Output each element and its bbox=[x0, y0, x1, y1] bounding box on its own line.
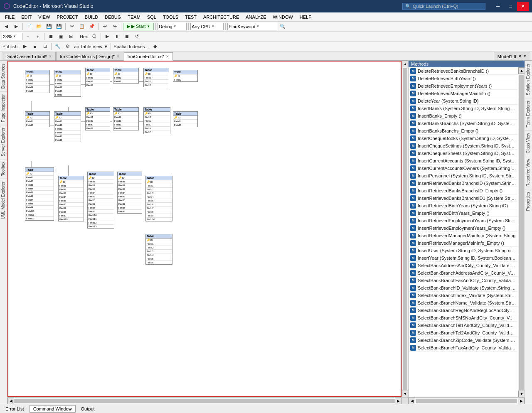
menu-debug[interactable]: DEBUG bbox=[101, 12, 124, 22]
tab-model-arrow[interactable]: ▼ bbox=[523, 54, 527, 58]
method-item-7[interactable]: MInsertBanksBranchs (System.String iD, S… bbox=[409, 120, 518, 127]
tb-forward-btn[interactable]: ▶ bbox=[12, 22, 21, 31]
tb-pause-btn[interactable]: ⏸ bbox=[113, 32, 122, 41]
sidebar-item-class-view[interactable]: Class View bbox=[525, 130, 532, 156]
sidebar-item-datasources[interactable]: Data Sources bbox=[0, 61, 7, 91]
method-item-11[interactable]: MInsertChequesSheets (System.String iD, … bbox=[409, 150, 518, 157]
method-item-28[interactable]: MSelectBankBranchFaxAndCity_County_Valid… bbox=[409, 277, 518, 284]
start-dropdown-icon[interactable]: ▼ bbox=[147, 25, 150, 28]
sidebar-item-pageinspector[interactable]: Page Inspector bbox=[0, 91, 7, 125]
method-item-29[interactable]: MSelectBankBranchID_Validate (System.Str… bbox=[409, 284, 518, 292]
method-item-9[interactable]: MInsertChequeBooks (System.String iD, Sy… bbox=[409, 135, 518, 142]
method-item-25[interactable]: MInsertYear (System.String iD, System.Bo… bbox=[409, 254, 518, 262]
method-item-32[interactable]: MSelectBankBranchRegNoAndRegLocAndCity_C… bbox=[409, 307, 518, 314]
tb-open-btn[interactable]: 📂 bbox=[34, 22, 44, 31]
method-item-22[interactable]: MInsertRetrievedManagerMainInfo (System.… bbox=[409, 232, 518, 239]
method-item-21[interactable]: MInsertRetrievedEmploymentYears_Empty () bbox=[409, 224, 518, 232]
tab-output[interactable]: Output bbox=[77, 405, 99, 413]
menu-tools[interactable]: TOOLS bbox=[160, 12, 182, 22]
tab-dataclasses-close[interactable]: ✕ bbox=[49, 54, 52, 59]
method-item-15[interactable]: MInsertRetrievedBanksBranchsID (System.S… bbox=[409, 179, 518, 187]
right-hscroll-left[interactable]: ◀ bbox=[409, 398, 415, 404]
menu-team[interactable]: TEAM bbox=[124, 12, 144, 22]
tb-paste-btn[interactable]: 📌 bbox=[87, 22, 96, 31]
method-item-30[interactable]: MSelectBankBranchIndex_Validate (System.… bbox=[409, 292, 518, 299]
sidebar-item-serverexplorer[interactable]: Server Explorer bbox=[0, 125, 7, 159]
vscroll-down-btn[interactable]: ▼ bbox=[402, 391, 408, 397]
vscroll-up-btn[interactable]: ▲ bbox=[402, 61, 408, 67]
tb-save-all-btn[interactable]: 💾 bbox=[54, 22, 64, 31]
sidebar-item-uml[interactable]: UML Model Explorer bbox=[0, 179, 7, 222]
sidebar-item-toolbox[interactable]: Toolbox bbox=[0, 159, 7, 178]
method-item-37[interactable]: MSelectBankBranchFaxAndCity_County_Valid… bbox=[409, 344, 518, 352]
tb-pub-btn1[interactable]: ▶ bbox=[20, 42, 30, 51]
quick-launch-bar[interactable]: 🔍 Quick Launch (Ctrl+Q) bbox=[402, 3, 485, 10]
tb-r1-btn3[interactable]: ⊞ bbox=[66, 32, 75, 41]
sidebar-item-solution-explorer[interactable]: Solution Explorer bbox=[525, 61, 532, 98]
tab-frm-cs[interactable]: frmCodeEditor.cs* ✕ bbox=[124, 52, 173, 61]
tb-save-btn[interactable]: 💾 bbox=[44, 22, 54, 31]
tb-pub-btn6[interactable]: ◆ bbox=[150, 42, 160, 51]
method-item-2[interactable]: MDeleteRetrievedEmploymentYears () bbox=[409, 82, 518, 90]
menu-file[interactable]: FILE bbox=[2, 12, 18, 22]
tb-zoom-out-btn[interactable]: − bbox=[23, 32, 32, 41]
method-item-18[interactable]: MInsertRetrievedBirthYears (System.Strin… bbox=[409, 202, 518, 209]
sidebar-item-team-explorer[interactable]: Team Explorer bbox=[525, 98, 532, 130]
method-item-10[interactable]: MInsertChequeSettings (System.String iD,… bbox=[409, 142, 518, 150]
hscroll-thumb[interactable] bbox=[14, 399, 395, 403]
tb-r1-btn2[interactable]: ▣ bbox=[56, 32, 65, 41]
tb-new-btn[interactable]: 📄 bbox=[25, 22, 34, 31]
tab-frm-design-close[interactable]: ✕ bbox=[116, 54, 120, 59]
hscroll-right-btn[interactable]: ▶ bbox=[395, 398, 401, 404]
method-item-36[interactable]: MSelectBankBranchZipCode_Validate (Syste… bbox=[409, 337, 518, 344]
right-hscroll-right[interactable]: ▶ bbox=[518, 398, 525, 404]
menu-sql[interactable]: SQL bbox=[144, 12, 160, 22]
method-item-0[interactable]: MDeleteRetrievedBanksBranchsID () bbox=[409, 67, 518, 75]
right-vscroll-thumb[interactable] bbox=[519, 75, 524, 390]
tb-redo-btn[interactable]: ↪ bbox=[110, 22, 119, 31]
tab-frm-design[interactable]: frmCodeEditor.cs [Design]* ✕ bbox=[56, 52, 123, 60]
tb-find-btn[interactable]: 🔍 bbox=[278, 22, 287, 31]
method-item-5[interactable]: MInsertBanks (System.String iD, System.S… bbox=[409, 105, 518, 112]
menu-view[interactable]: VIEW bbox=[35, 12, 53, 22]
method-item-24[interactable]: MInsertUser (System.String iD, System.St… bbox=[409, 247, 518, 254]
debug-combo[interactable]: Debug ▼ bbox=[158, 23, 187, 30]
menu-analyze[interactable]: ANALYZE bbox=[242, 12, 269, 22]
cpu-combo[interactable]: Any CPU ▼ bbox=[190, 23, 224, 30]
vscroll-thumb[interactable] bbox=[403, 68, 407, 390]
menu-test[interactable]: TEST bbox=[182, 12, 200, 22]
method-item-12[interactable]: MInsertCurrentAccounts (System.String iD… bbox=[409, 157, 518, 165]
tab-model[interactable]: Model1.tt ✕ ▼ bbox=[494, 52, 530, 60]
method-item-31[interactable]: MSelectBankBranchName_Validate (System.S… bbox=[409, 299, 518, 307]
right-vscroll-down[interactable]: ▼ bbox=[518, 391, 525, 397]
zoom-combo[interactable]: 23% ▼ bbox=[2, 33, 22, 40]
method-item-26[interactable]: MSelectBankAddressAndCity_County_Validat… bbox=[409, 262, 518, 269]
method-item-27[interactable]: MSelectBankBranchAddressAndCity_County_V… bbox=[409, 269, 518, 277]
tb-copy-btn[interactable]: 📋 bbox=[77, 22, 86, 31]
tab-frm-cs-close[interactable]: ✕ bbox=[166, 54, 169, 59]
diagram-area[interactable]: Table 🔑 ID Field1 Field2 Field3 Field4 T… bbox=[7, 61, 401, 397]
method-item-1[interactable]: MDeleteRetrievedBirthYears () bbox=[409, 75, 518, 82]
hscroll-left-btn[interactable]: ◀ bbox=[7, 398, 14, 404]
method-item-33[interactable]: MSelectBankBranchSMSNoAndCity_County_Val… bbox=[409, 314, 518, 322]
tab-command-window[interactable]: Command Window bbox=[30, 405, 76, 413]
close-button[interactable]: ✕ bbox=[517, 2, 529, 11]
tb-undo-btn[interactable]: ↩ bbox=[100, 22, 109, 31]
tb-pub-btn3[interactable]: ⊡ bbox=[40, 42, 49, 51]
menu-help[interactable]: HELP bbox=[296, 12, 315, 22]
method-item-20[interactable]: MInsertRetrievedEmploymentYears (System.… bbox=[409, 217, 518, 224]
method-item-4[interactable]: MDeleteYear (System.String iD) bbox=[409, 97, 518, 105]
method-item-17[interactable]: MInsertRetrievedBanksBranchsID1 (System.… bbox=[409, 194, 518, 202]
tb-pub-btn5[interactable]: ⚙ bbox=[63, 42, 72, 51]
tb-play-btn[interactable]: ▶ bbox=[103, 32, 112, 41]
method-item-8[interactable]: MInsertBanksBranchs_Empty () bbox=[409, 127, 518, 135]
method-item-13[interactable]: MInsertCurrentAccountsOwners (System.Str… bbox=[409, 165, 518, 172]
tb-pub-btn2[interactable]: ■ bbox=[30, 42, 39, 51]
sidebar-item-resource-view[interactable]: Resource View bbox=[525, 156, 532, 189]
start-button[interactable]: ▶ ▶ Start ▼ bbox=[123, 23, 154, 30]
tb-pub-btn4[interactable]: 🔧 bbox=[53, 42, 62, 51]
method-list[interactable]: MDeleteRetrievedBanksBranchsID ()MDelete… bbox=[409, 67, 518, 397]
tab-model-close[interactable]: ✕ bbox=[518, 54, 522, 59]
method-item-3[interactable]: MDeleteRetrievedManagerMainInfo () bbox=[409, 90, 518, 97]
method-item-19[interactable]: MInsertRetrievedBirthYears_Empty () bbox=[409, 209, 518, 217]
